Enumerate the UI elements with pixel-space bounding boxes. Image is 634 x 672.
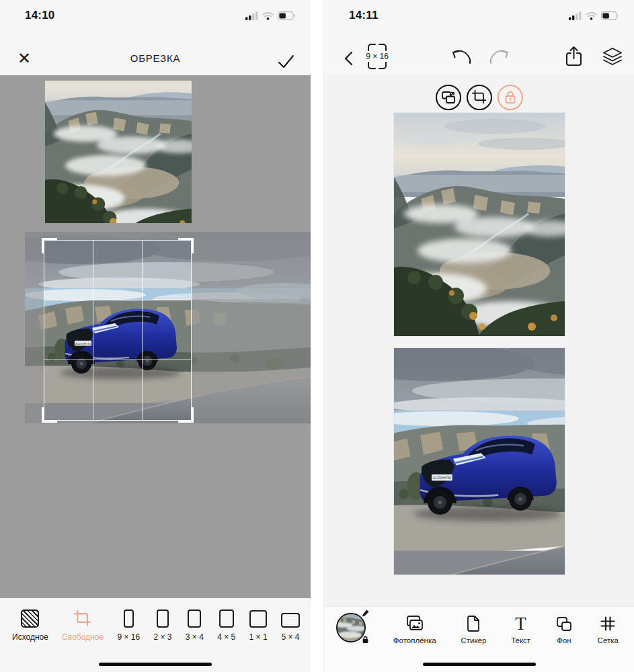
ratio-label: 9 × 16 [117,632,140,642]
aspect-badge-label: 9 × 16 [366,52,389,61]
ratio-rect-icon [249,610,267,628]
crop-nav-bar: ✕ ОБРЕЗКА [0,30,311,75]
signal-icon [569,11,582,20]
ratio-label: 5 × 4 [281,632,299,642]
ratio-4x5-button[interactable]: 4 × 5 [217,609,235,642]
ratio-label: Свободное [62,632,104,642]
back-icon[interactable] [344,51,353,66]
ratio-1x1-button[interactable]: 1 × 1 [249,609,268,642]
text-icon: T [515,615,526,632]
ratio-original-button[interactable]: Исходное [12,609,48,642]
battery-icon [278,11,296,20]
home-indicator[interactable] [99,663,212,666]
crop-icon [472,90,487,105]
status-bar: 14:11 [324,0,634,30]
ratio-label: 4 × 5 [217,632,235,642]
ratio-rect-icon [219,610,234,628]
aspect-badge-icon[interactable]: 9 × 16 [364,40,390,73]
editor-toolbar: Фотоплёнка Стикер T Текст [324,606,634,672]
swap-photo-button[interactable] [436,85,461,110]
crop-handle-top-left[interactable] [42,238,57,253]
editor-nav-bar: 9 × 16 [324,30,634,75]
crop-canvas [0,75,311,598]
status-icons [569,11,619,20]
wifi-icon [586,11,597,20]
tool-background[interactable]: Фон [555,614,573,644]
ratio-9x16-button[interactable]: 9 × 16 [117,609,140,642]
lock-icon [504,90,517,105]
tool-label: Сетка [598,636,619,644]
tool-label: Текст [511,636,530,644]
tool-text[interactable]: T Текст [511,614,530,644]
screenshot-stage: 14:10 [0,0,634,672]
crop-screen: 14:10 [0,0,311,672]
layers-icon[interactable] [602,47,623,66]
ratio-label: Исходное [12,632,48,642]
battery-icon [601,11,619,20]
crop-object-button[interactable] [467,85,492,110]
crop-grid-line [44,360,191,360]
ratio-label: 3 × 4 [186,632,204,642]
canvas-photo-valley[interactable] [394,113,565,336]
signal-icon [245,11,258,20]
ratio-2x3-button[interactable]: 2 × 3 [153,609,171,642]
background-icon [555,616,573,632]
original-hatched-icon [21,610,39,628]
clock: 14:10 [25,9,54,22]
ratio-rect-icon [157,610,169,628]
sticker-icon [466,615,481,632]
tool-sticker[interactable]: Стикер [461,614,486,644]
tool-label: Фон [557,636,571,644]
pencil-icon [362,609,370,618]
tool-grid[interactable]: Сетка [598,614,619,644]
free-crop-icon [74,610,91,628]
crop-handle-bottom-left[interactable] [42,407,57,423]
editor-screen: 14:11 [323,0,634,672]
clock: 14:11 [349,9,379,22]
canvas-photo-car[interactable] [394,348,565,575]
status-bar: 14:10 [0,0,311,30]
home-indicator[interactable] [423,663,536,666]
edit-photo-button[interactable] [335,611,368,644]
ratio-label: 2 × 3 [153,632,171,642]
aspect-ratio-toolbar: Исходное Свободное 9 × 16 [0,598,311,672]
wifi-icon [262,11,274,20]
crop-grid-line [44,300,191,300]
object-action-buttons [324,85,634,110]
crop-grid-line [142,241,143,420]
crop-selection-box[interactable] [44,240,192,421]
lock-object-button[interactable] [498,85,523,110]
ratio-rect-icon [188,610,201,628]
ratio-free-button[interactable]: Свободное [62,609,104,642]
crop-handle-bottom-right[interactable] [178,407,194,423]
checkmark-icon[interactable] [278,54,294,69]
crop-grid-line [93,241,93,420]
redo-icon[interactable] [489,48,510,65]
tool-label: Стикер [461,636,486,644]
crop-handle-top-right[interactable] [178,238,194,253]
page-title: ОБРЕЗКА [0,52,311,64]
ratio-3x4-button[interactable]: 3 × 4 [186,609,204,642]
lock-badge-icon [362,636,369,644]
ratio-label: 1 × 1 [249,632,268,642]
film-roll-icon [405,615,424,632]
ratio-5x4-button[interactable]: 5 × 4 [281,609,300,642]
ratio-rect-icon [124,610,134,628]
share-icon[interactable] [565,46,583,67]
ratio-rect-icon [281,613,300,628]
swap-photo-icon [440,90,457,105]
editor-canvas [324,75,634,606]
photo-car-crop-target[interactable] [25,232,311,423]
photo-valley-thumbnail [45,81,192,223]
tool-film-roll[interactable]: Фотоплёнка [393,614,436,644]
grid-icon [600,616,616,632]
status-icons [245,11,296,20]
tool-label: Фотоплёнка [393,636,436,644]
undo-icon[interactable] [450,48,472,65]
